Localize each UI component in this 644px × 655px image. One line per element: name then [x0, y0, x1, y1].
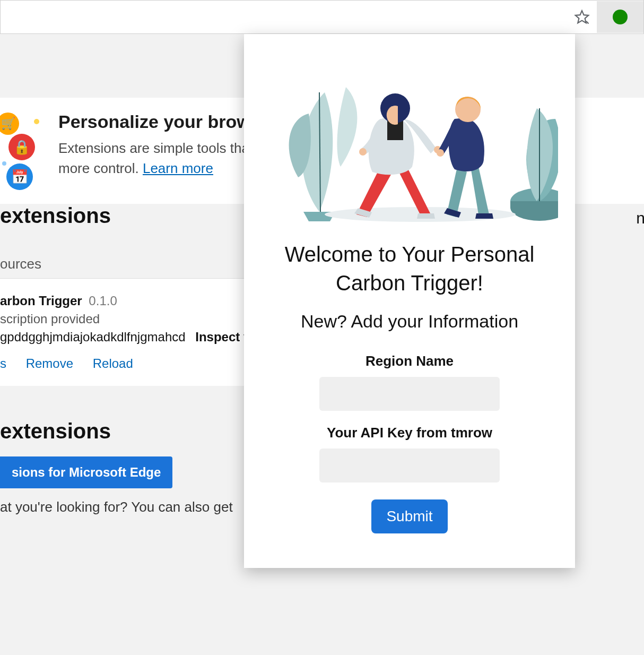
profile-button[interactable]	[597, 1, 643, 33]
bookmark-star-button[interactable]	[567, 1, 597, 33]
profile-avatar-icon	[613, 10, 628, 24]
installed-extensions-heading: extensions	[0, 204, 111, 228]
extension-description: scription provided	[0, 312, 261, 326]
submit-button[interactable]: Submit	[371, 499, 447, 533]
api-key-input[interactable]	[319, 449, 500, 482]
cart-icon: 🛒	[0, 113, 19, 135]
popup-title: Welcome to Your Personal Carbon Trigger!	[263, 240, 556, 297]
extension-popup: Welcome to Your Personal Carbon Trigger!…	[244, 34, 575, 568]
popup-subtitle: New? Add your Information	[301, 311, 518, 332]
browser-toolbar	[0, 0, 644, 34]
extension-id: gpddgghjmdiajokadkdlfnjgmahcd	[0, 330, 186, 344]
details-link[interactable]: s	[0, 356, 6, 370]
reload-link[interactable]: Reload	[93, 356, 133, 370]
lock-icon: 🔒	[8, 134, 35, 160]
extension-name: arbon Trigger	[0, 294, 82, 308]
lower-description: at you're looking for? You can also get	[0, 499, 233, 515]
learn-more-link[interactable]: Learn more	[143, 160, 213, 176]
right-edge-text-fragment: n	[636, 209, 644, 227]
remove-link[interactable]: Remove	[26, 356, 73, 370]
calendar-icon: 📅	[6, 163, 33, 190]
welcome-illustration	[261, 55, 558, 225]
sources-label: ources	[0, 256, 41, 272]
extension-card: arbon Trigger 0.1.0 scription provided g…	[0, 278, 265, 386]
region-name-label: Region Name	[365, 353, 454, 369]
get-extensions-edge-button[interactable]: sions for Microsoft Edge	[0, 456, 172, 488]
api-key-label: Your API Key from tmrow	[327, 425, 492, 441]
star-icon	[574, 9, 590, 25]
find-extensions-heading: extensions	[0, 419, 111, 443]
address-bar-region[interactable]	[1, 1, 567, 33]
extension-version: 0.1.0	[89, 294, 117, 308]
banner-decorative-icons: 🛒 🔒 📅	[0, 108, 58, 199]
svg-point-4	[359, 148, 367, 156]
region-name-input[interactable]	[319, 377, 500, 411]
svg-point-6	[437, 149, 444, 157]
